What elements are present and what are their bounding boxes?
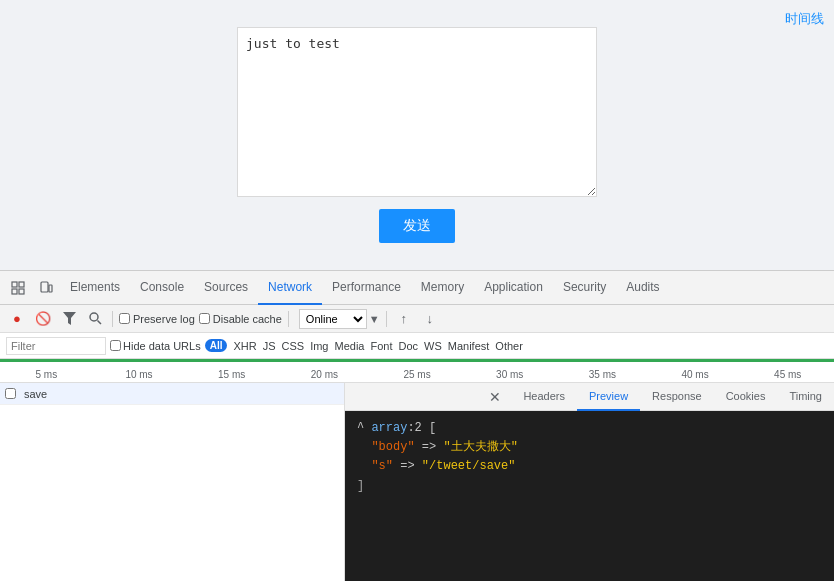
filter-row: Hide data URLs All XHR JS CSS Img Media … xyxy=(0,333,834,359)
timeline-labels: 5 ms 10 ms 15 ms 20 ms 25 ms 30 ms 35 ms… xyxy=(0,359,834,382)
hide-data-urls-checkbox[interactable] xyxy=(110,340,121,351)
devtools-panel: Elements Console Sources Network Perform… xyxy=(0,270,834,581)
filter-tag-other[interactable]: Other xyxy=(495,340,523,352)
timeline-label-30ms: 30 ms xyxy=(463,369,556,380)
toolbar-divider-3 xyxy=(386,311,387,327)
filter-tag-js[interactable]: JS xyxy=(263,340,276,352)
filter-button[interactable] xyxy=(58,308,80,330)
timeline-label-5ms: 5 ms xyxy=(0,369,93,380)
svg-rect-1 xyxy=(19,282,24,287)
filter-tag-manifest[interactable]: Manifest xyxy=(448,340,490,352)
throttle-arrow: ▼ xyxy=(369,313,380,325)
timeline-label-15ms: 15 ms xyxy=(185,369,278,380)
stop-button[interactable]: 🚫 xyxy=(32,308,54,330)
tab-elements[interactable]: Elements xyxy=(60,271,130,305)
svg-rect-5 xyxy=(49,285,52,292)
tweet-textarea[interactable]: just to test xyxy=(237,27,597,197)
tab-performance[interactable]: Performance xyxy=(322,271,411,305)
request-list: save xyxy=(0,383,345,581)
export-button[interactable]: ↓ xyxy=(419,308,441,330)
preserve-log-label[interactable]: Preserve log xyxy=(119,313,195,325)
toolbar-divider-2 xyxy=(288,311,289,327)
detail-tab-response[interactable]: Response xyxy=(640,383,714,411)
timeline-bar: 5 ms 10 ms 15 ms 20 ms 25 ms 30 ms 35 ms… xyxy=(0,359,834,383)
disable-cache-label[interactable]: Disable cache xyxy=(199,313,282,325)
svg-marker-6 xyxy=(63,312,76,325)
timeline-label-35ms: 35 ms xyxy=(556,369,649,380)
send-button[interactable]: 发送 xyxy=(379,209,455,243)
timeline-label-25ms: 25 ms xyxy=(371,369,464,380)
throttle-select[interactable]: Online Fast 3G Slow 3G Offline xyxy=(299,309,367,329)
timestamp-label: 时间线 xyxy=(785,10,824,28)
timeline-green-line xyxy=(0,359,834,362)
filter-tag-img[interactable]: Img xyxy=(310,340,328,352)
tab-security[interactable]: Security xyxy=(553,271,616,305)
filter-tag-font[interactable]: Font xyxy=(370,340,392,352)
table-row[interactable]: save xyxy=(0,383,344,405)
preview-line-2: "body" => "土大夫撒大" xyxy=(357,438,822,457)
filter-tag-media[interactable]: Media xyxy=(334,340,364,352)
svg-rect-4 xyxy=(41,282,48,292)
filter-tag-ws[interactable]: WS xyxy=(424,340,442,352)
timeline-label-40ms: 40 ms xyxy=(649,369,742,380)
preview-line-3: "s" => "/tweet/save" xyxy=(357,457,822,476)
tab-network[interactable]: Network xyxy=(258,271,322,305)
detail-close-button[interactable]: ✕ xyxy=(485,387,505,407)
detail-tab-preview[interactable]: Preview xyxy=(577,383,640,411)
tab-memory[interactable]: Memory xyxy=(411,271,474,305)
filter-tags: All XHR JS CSS Img Media Font Doc WS Man… xyxy=(205,339,523,352)
svg-point-7 xyxy=(90,313,98,321)
import-button[interactable]: ↑ xyxy=(393,308,415,330)
detail-tab-timing[interactable]: Timing xyxy=(777,383,834,411)
webpage-area: 时间线 just to test 发送 xyxy=(0,0,834,270)
device-icon-btn[interactable] xyxy=(32,274,60,302)
request-name[interactable]: save xyxy=(20,388,344,400)
detail-tab-cookies[interactable]: Cookies xyxy=(714,383,778,411)
filter-input[interactable] xyxy=(6,337,106,355)
row-select-checkbox[interactable] xyxy=(5,388,16,399)
tab-audits[interactable]: Audits xyxy=(616,271,669,305)
throttle-select-wrap: Online Fast 3G Slow 3G Offline ▼ xyxy=(299,309,380,329)
timeline-label-20ms: 20 ms xyxy=(278,369,371,380)
record-button[interactable]: ● xyxy=(6,308,28,330)
filter-tag-doc[interactable]: Doc xyxy=(398,340,418,352)
preserve-log-checkbox[interactable] xyxy=(119,313,130,324)
detail-tabs-bar: ✕ Headers Preview Response Cookies Timin… xyxy=(345,383,834,411)
network-toolbar: ● 🚫 Preserve log Disable cache Online Fa… xyxy=(0,305,834,333)
tab-application[interactable]: Application xyxy=(474,271,553,305)
hide-data-urls-label[interactable]: Hide data URLs xyxy=(110,340,201,352)
network-main: save ✕ Headers Preview Response Cookies … xyxy=(0,383,834,581)
request-detail: ✕ Headers Preview Response Cookies Timin… xyxy=(345,383,834,581)
filter-tag-xhr[interactable]: XHR xyxy=(233,340,256,352)
preview-line-1: ^ array:2 [ xyxy=(357,419,822,438)
filter-tag-css[interactable]: CSS xyxy=(282,340,305,352)
devtools-tabs-bar: Elements Console Sources Network Perform… xyxy=(0,271,834,305)
svg-line-8 xyxy=(97,321,101,325)
disable-cache-checkbox[interactable] xyxy=(199,313,210,324)
inspect-icon-btn[interactable] xyxy=(4,274,32,302)
svg-rect-0 xyxy=(12,282,17,287)
svg-rect-2 xyxy=(12,289,17,294)
preview-panel: ^ array:2 [ "body" => "土大夫撒大" "s" => "/t… xyxy=(345,411,834,581)
search-button[interactable] xyxy=(84,308,106,330)
tab-console[interactable]: Console xyxy=(130,271,194,305)
toolbar-divider-1 xyxy=(112,311,113,327)
preview-line-4: ] xyxy=(357,477,822,496)
timeline-label-45ms: 45 ms xyxy=(741,369,834,380)
filter-tag-all[interactable]: All xyxy=(205,339,228,352)
detail-tab-headers[interactable]: Headers xyxy=(511,383,577,411)
tab-sources[interactable]: Sources xyxy=(194,271,258,305)
timeline-label-10ms: 10 ms xyxy=(93,369,186,380)
row-checkbox[interactable] xyxy=(0,388,20,399)
svg-rect-3 xyxy=(19,289,24,294)
